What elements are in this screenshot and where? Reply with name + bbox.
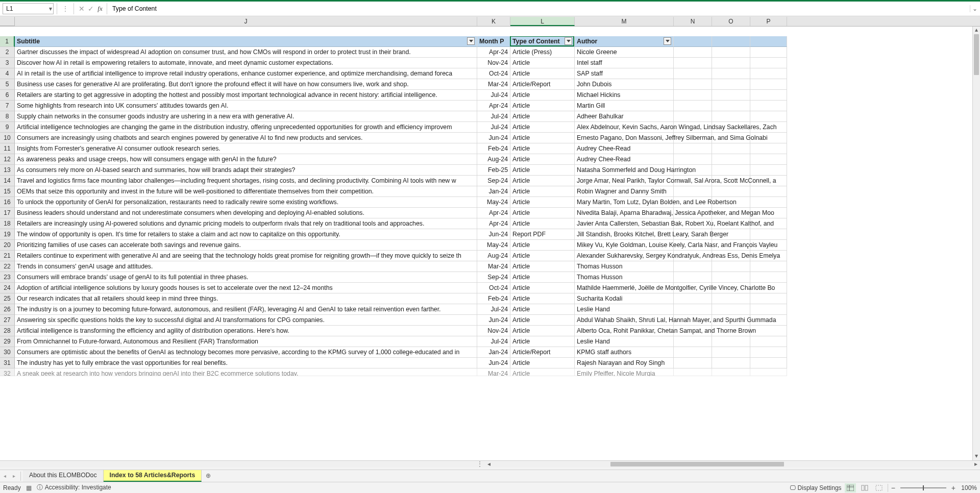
scroll-up-icon[interactable]: ▴ [973, 27, 980, 34]
cell[interactable]: Business use cases for generative AI are… [15, 79, 477, 90]
cell[interactable]: Alexander Sukharevsky, Sergey Kondratyuk… [575, 251, 674, 261]
cell[interactable]: Article [510, 101, 575, 111]
row-header[interactable]: 22 [0, 261, 15, 272]
row-header[interactable]: 29 [0, 336, 15, 347]
cell[interactable] [712, 101, 750, 111]
cell[interactable]: AI in retail is the use of artificial in… [15, 68, 477, 79]
cell[interactable] [750, 197, 787, 208]
cell[interactable] [750, 347, 787, 358]
cell[interactable]: A sneak peek at research into how vendor… [15, 368, 477, 376]
cell[interactable]: Article [510, 165, 575, 176]
cell[interactable]: Mikey Vu, Kyle Goldman, Louise Keely, Ca… [575, 240, 674, 251]
cell[interactable]: Apr-24 [477, 47, 510, 58]
cell[interactable]: Thomas Husson [575, 272, 674, 283]
cell[interactable] [712, 143, 750, 154]
cell[interactable]: Ernesto Pagano, Don Massoni, Jeffrey Sil… [575, 133, 674, 143]
cell[interactable]: Article [510, 218, 575, 229]
row-header[interactable]: 11 [0, 143, 15, 154]
cell[interactable] [750, 165, 787, 176]
filter-button[interactable] [664, 37, 671, 45]
cell[interactable] [674, 358, 712, 368]
cell[interactable]: The window of opportunity is open. It's … [15, 229, 477, 240]
cell[interactable]: KPMG staff authors [575, 347, 674, 358]
cell[interactable]: Adoption of artificial intelligence solu… [15, 283, 477, 293]
cell[interactable] [750, 336, 787, 347]
cell[interactable]: Retailers are increasingly using AI-powe… [15, 218, 477, 229]
cell[interactable]: Alex Abdelnour, Kevin Sachs, Aaron Winga… [575, 122, 674, 133]
cell[interactable]: Jorge Amar, Neal Parikh, Taylor Cornwall… [575, 176, 674, 186]
cell[interactable]: Article [510, 283, 575, 293]
row-header[interactable]: 19 [0, 229, 15, 240]
cell[interactable]: Natasha Sommerfeld and Doug Harrington [575, 165, 674, 176]
sheet-tab[interactable]: Index to 58 Articles&Reports [104, 470, 202, 482]
filter-button[interactable] [467, 37, 475, 45]
cell[interactable]: Article [510, 208, 575, 218]
page-layout-view-button[interactable] [859, 483, 870, 492]
row-header[interactable]: 10 [0, 133, 15, 143]
cell[interactable]: John Dubois [575, 79, 674, 90]
cell[interactable] [712, 293, 750, 304]
cell[interactable]: Apr-24 [477, 101, 510, 111]
zoom-level[interactable]: 100% [959, 484, 977, 491]
row-header[interactable]: 6 [0, 90, 15, 101]
row-header[interactable]: 18 [0, 218, 15, 229]
cell[interactable] [712, 358, 750, 368]
cell[interactable]: Sep-24 [477, 176, 510, 186]
cell[interactable]: The industry has yet to fully embrace th… [15, 358, 477, 368]
cell[interactable]: Article [510, 186, 575, 197]
cell[interactable]: Article [510, 272, 575, 283]
cell[interactable] [712, 47, 750, 58]
cell[interactable]: Emily Pfeiffer, Nicole Murgia [575, 368, 674, 376]
row-header[interactable]: 9 [0, 122, 15, 133]
header-cell-M[interactable]: Author [575, 36, 674, 47]
cell[interactable]: Martin Gill [575, 101, 674, 111]
cell[interactable]: Article [510, 240, 575, 251]
cell[interactable] [712, 154, 750, 165]
row-header[interactable]: 31 [0, 358, 15, 368]
cell[interactable] [712, 58, 750, 68]
cell[interactable]: Article [510, 304, 575, 315]
cell[interactable] [674, 186, 712, 197]
column-header-J[interactable]: J [15, 17, 477, 26]
row-header[interactable]: 17 [0, 208, 15, 218]
cell[interactable] [674, 90, 712, 101]
formula-expand-icon[interactable]: ⌄ [970, 5, 979, 12]
cell[interactable] [750, 368, 787, 376]
cell[interactable]: Article [510, 154, 575, 165]
zoom-in-button[interactable]: + [951, 484, 955, 492]
cell[interactable] [674, 272, 712, 283]
cell[interactable]: Article [510, 143, 575, 154]
cell[interactable]: Aug-24 [477, 154, 510, 165]
row-header[interactable]: 20 [0, 240, 15, 251]
cell[interactable]: Feb-24 [477, 143, 510, 154]
cell[interactable]: Business leaders should understand and n… [15, 208, 477, 218]
tab-nav-prev-icon[interactable]: ◂ [0, 473, 9, 479]
cell[interactable]: As awareness peaks and usage creeps, how… [15, 154, 477, 165]
cell[interactable]: Article [510, 133, 575, 143]
cell[interactable]: Article [510, 358, 575, 368]
cell[interactable] [750, 272, 787, 283]
cell[interactable]: Sep-24 [477, 272, 510, 283]
normal-view-button[interactable] [845, 483, 856, 492]
cell[interactable]: Article [510, 68, 575, 79]
cell[interactable] [712, 347, 750, 358]
cell[interactable]: Leslie Hand [575, 336, 674, 347]
cell[interactable]: Jill Standish, Brooks Kitchel, Brett Lea… [575, 229, 674, 240]
row-header[interactable]: 2 [0, 47, 15, 58]
formula-input[interactable] [109, 3, 970, 14]
cell[interactable] [750, 79, 787, 90]
cell[interactable]: Leslie Hand [575, 304, 674, 315]
cell[interactable]: Mar-24 [477, 79, 510, 90]
cell[interactable]: Oct-24 [477, 68, 510, 79]
scroll-right-icon[interactable]: ▸ [972, 461, 980, 467]
cell[interactable] [674, 143, 712, 154]
cell[interactable]: Jan-24 [477, 347, 510, 358]
cell[interactable]: To unlock the opportunity of GenAI for p… [15, 197, 477, 208]
cell[interactable]: Jul-24 [477, 111, 510, 122]
cell[interactable]: Apr-24 [477, 218, 510, 229]
cell[interactable] [674, 347, 712, 358]
cell[interactable] [750, 229, 787, 240]
cell[interactable]: Jun-24 [477, 133, 510, 143]
cell[interactable]: Jun-24 [477, 229, 510, 240]
horizontal-scrollbar[interactable]: ⋮ ◂ ▸ [0, 460, 980, 467]
